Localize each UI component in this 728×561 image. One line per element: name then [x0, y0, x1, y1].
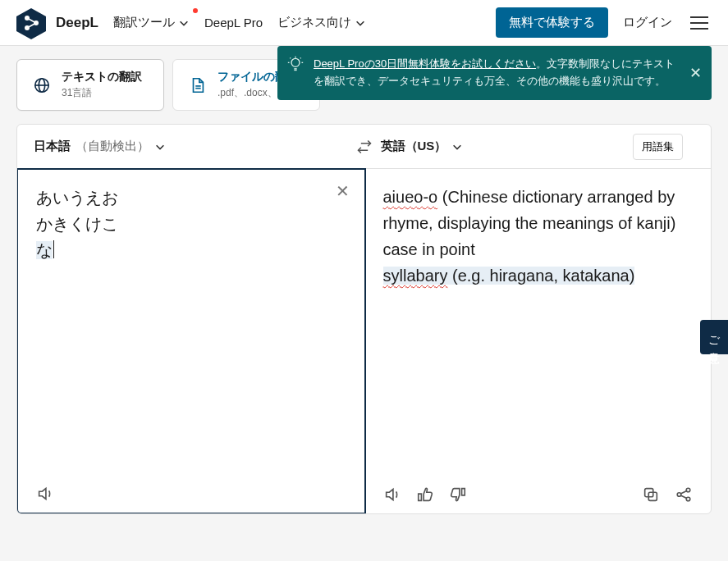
promo-banner: DeepL Proの30日間無料体験をお試しください。文字数制限なしにテキストを… [277, 46, 712, 100]
source-pane: ✕ あいうえお かきくけこ な [16, 168, 366, 514]
svg-line-29 [680, 495, 686, 499]
svg-line-28 [680, 490, 686, 494]
chevron-down-icon [355, 17, 366, 29]
tabs-row: テキストの翻訳 31言語 ファイルの翻訳 .pdf、.docx、.pptx De… [0, 46, 728, 111]
translator-panel: 日本語 （自動検出） 英語（US） 用語集 ✕ あいうえお かきくけこ な [16, 124, 712, 514]
thumbs-down-icon[interactable] [449, 486, 467, 504]
share-icon[interactable] [675, 486, 693, 504]
language-bar: 日本語 （自動検出） 英語（US） 用語集 [17, 125, 711, 169]
svg-marker-22 [386, 490, 392, 500]
target-line: case in point [383, 236, 694, 262]
target-footer [383, 479, 694, 504]
lightbulb-icon [287, 56, 304, 72]
target-lang-label: 英語（US） [381, 139, 447, 154]
free-trial-button[interactable]: 無料で体験する [496, 7, 608, 38]
file-icon [188, 75, 208, 95]
thumbs-up-icon[interactable] [416, 486, 434, 504]
nav-business[interactable]: ビジネス向け [277, 15, 366, 30]
svg-point-11 [291, 58, 300, 66]
target-output: aiueo-o (Chinese dictionary arranged by … [383, 184, 694, 479]
tab-text-translate[interactable]: テキストの翻訳 31言語 [16, 59, 164, 111]
target-pane: aiueo-o (Chinese dictionary arranged by … [365, 169, 712, 513]
promo-link[interactable]: DeepL Proの30日間無料体験をお試しください [314, 57, 536, 70]
target-line: aiueo-o (Chinese dictionary arranged by … [383, 184, 694, 236]
menu-icon[interactable] [687, 13, 712, 33]
chevron-down-icon [451, 141, 463, 153]
speak-icon[interactable] [36, 485, 54, 503]
speak-icon[interactable] [383, 486, 401, 504]
svg-line-17 [290, 58, 291, 59]
tab-text-labels: テキストの翻訳 31言語 [62, 70, 142, 100]
target-lang-selector[interactable]: 英語（US） [381, 139, 464, 154]
source-input[interactable]: あいうえお かきくけこ な [36, 185, 346, 478]
swap-languages-button[interactable] [353, 135, 376, 158]
svg-marker-0 [16, 8, 46, 39]
target-lang-area: 英語（US） 用語集 [364, 134, 712, 160]
nav-translate-tool[interactable]: 翻訳ツール [113, 15, 190, 30]
notification-dot-icon [193, 8, 198, 13]
source-lang-area: 日本語 （自動検出） [17, 139, 364, 154]
source-line: あいうえお [36, 185, 346, 211]
tab-text-title: テキストの翻訳 [62, 70, 142, 84]
nav-pro-label: DeepL Pro [204, 16, 263, 30]
clear-input-icon[interactable]: ✕ [336, 183, 350, 199]
brand-text: DeepL [56, 15, 98, 31]
header-bar: DeepL 翻訳ツール DeepL Pro ビジネス向け 無料で体験する ログイ… [0, 0, 728, 46]
nav-translate-label: 翻訳ツール [113, 15, 175, 30]
chevron-down-icon [154, 141, 166, 153]
svg-marker-21 [39, 489, 46, 499]
logo-area[interactable]: DeepL [13, 5, 98, 41]
glossary-button[interactable]: 用語集 [633, 134, 683, 160]
nav-deepl-pro[interactable]: DeepL Pro [204, 16, 263, 30]
logo-icon [13, 5, 49, 41]
target-line: syllabary (e.g. hiragana, katakana) [383, 262, 694, 289]
source-footer [36, 478, 346, 503]
feedback-tab[interactable]: ご意見 [700, 320, 728, 354]
source-lang-label: 日本語 [34, 139, 71, 154]
translator-body: ✕ あいうえお かきくけこ な aiueo-o (Chinese diction… [17, 169, 711, 513]
source-lang-selector[interactable]: 日本語 （自動検出） [34, 139, 166, 154]
promo-text: DeepL Proの30日間無料体験をお試しください。文字数制限なしにテキストを… [314, 57, 675, 87]
source-lang-hint: （自動検出） [76, 139, 149, 154]
close-icon[interactable]: ✕ [689, 66, 702, 80]
nav-business-label: ビジネス向け [277, 15, 351, 30]
login-link[interactable]: ログイン [623, 15, 672, 30]
svg-line-18 [300, 58, 301, 59]
chevron-down-icon [178, 17, 190, 29]
source-line: な [36, 237, 346, 263]
globe-icon [32, 75, 52, 95]
tab-text-sub: 31言語 [62, 86, 142, 100]
source-line: かきくけこ [36, 211, 346, 237]
copy-icon[interactable] [642, 486, 660, 504]
